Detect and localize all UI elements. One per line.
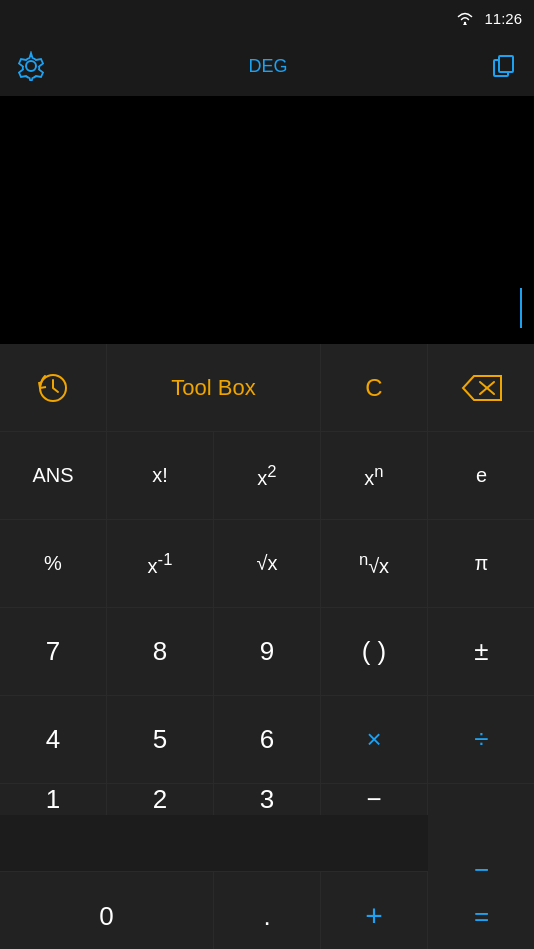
equals-button-2[interactable]: = (428, 872, 534, 949)
sqrt-button[interactable]: √x (214, 520, 321, 607)
euler-button[interactable]: e (428, 432, 534, 519)
display-area (0, 96, 534, 344)
wifi-icon (456, 11, 474, 25)
7-button[interactable]: 7 (0, 608, 107, 695)
func-row-2: % x-1 √x n√x π (0, 520, 534, 608)
deg-label[interactable]: DEG (248, 56, 287, 77)
func-row-1: ANS x! x2 xn e (0, 432, 534, 520)
add-button[interactable]: + (321, 872, 428, 949)
5-button[interactable]: 5 (107, 696, 214, 783)
subtract-button[interactable]: − (321, 784, 428, 815)
percent-button[interactable]: % (0, 520, 107, 607)
history-icon (35, 370, 71, 406)
2-button[interactable]: 2 (107, 784, 214, 815)
divide-button[interactable]: ÷ (428, 696, 534, 783)
num-row-2: 4 5 6 × ÷ (0, 696, 534, 784)
9-button[interactable]: 9 (214, 608, 321, 695)
backspace-icon (460, 373, 504, 403)
toolbox-row: Tool Box C (0, 344, 534, 432)
top-bar: DEG (0, 36, 534, 96)
power-button[interactable]: xn (321, 432, 428, 519)
0-button[interactable]: 0 (0, 872, 214, 949)
svg-rect-3 (499, 56, 513, 72)
3-button[interactable]: 3 (214, 784, 321, 815)
status-bar: 11:26 (0, 0, 534, 36)
num-row-3: 1 2 3 − = (0, 784, 534, 872)
4-button[interactable]: 4 (0, 696, 107, 783)
square-button[interactable]: x2 (214, 432, 321, 519)
plusminus-button[interactable]: ± (428, 608, 534, 695)
1-button[interactable]: 1 (0, 784, 107, 815)
factorial-button[interactable]: x! (107, 432, 214, 519)
svg-point-0 (464, 22, 466, 24)
inverse-button[interactable]: x-1 (107, 520, 214, 607)
parens-button[interactable]: ( ) (321, 608, 428, 695)
last-row: 0 . + = (0, 872, 534, 949)
calc-grid: Tool Box C ANS x! x2 xn e (0, 344, 534, 949)
backspace-button[interactable] (428, 344, 534, 431)
multiply-button[interactable]: × (321, 696, 428, 783)
ans-button[interactable]: ANS (0, 432, 107, 519)
svg-point-1 (26, 61, 36, 71)
pi-button[interactable]: π (428, 520, 534, 607)
8-button[interactable]: 8 (107, 608, 214, 695)
num-row-1: 7 8 9 ( ) ± (0, 608, 534, 696)
copy-icon[interactable] (490, 52, 518, 80)
clear-button[interactable]: C (321, 344, 428, 431)
nth-root-button[interactable]: n√x (321, 520, 428, 607)
settings-icon[interactable] (16, 51, 46, 81)
cursor (520, 288, 522, 328)
toolbox-label[interactable]: Tool Box (107, 344, 321, 431)
history-button[interactable] (0, 344, 107, 431)
status-time: 11:26 (484, 10, 522, 27)
decimal-button[interactable]: . (214, 872, 321, 949)
6-button[interactable]: 6 (214, 696, 321, 783)
